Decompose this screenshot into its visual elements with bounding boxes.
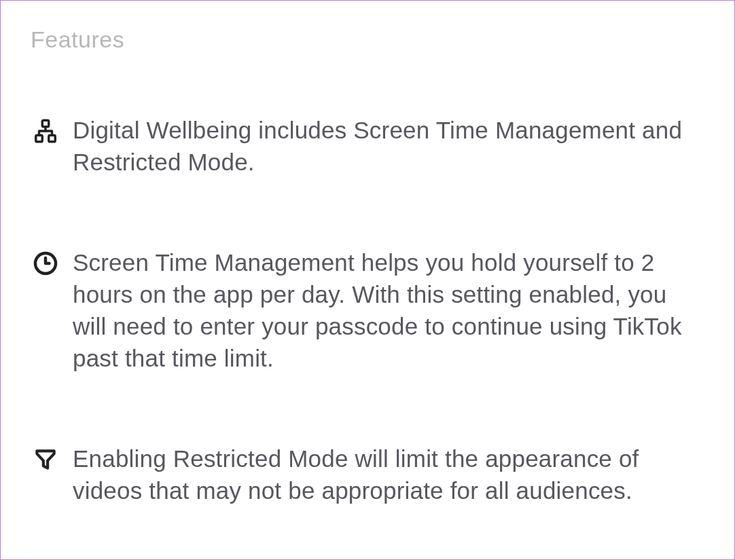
feature-text: Digital Wellbeing includes Screen Time M… — [73, 114, 704, 179]
feature-text: Enabling Restricted Mode will limit the … — [73, 443, 704, 507]
feature-item: Screen Time Management helps you hold yo… — [31, 246, 704, 375]
feature-list: Digital Wellbeing includes Screen Time M… — [31, 114, 704, 506]
feature-item: Enabling Restricted Mode will limit the … — [31, 443, 704, 507]
features-panel: Features Digital Wellbeing includes Scre… — [0, 0, 735, 560]
clock-icon — [31, 246, 60, 276]
feature-text: Screen Time Management helps you hold yo… — [73, 246, 704, 375]
feature-item: Digital Wellbeing includes Screen Time M… — [31, 114, 704, 179]
hierarchy-icon — [31, 114, 60, 144]
section-heading: Features — [31, 26, 704, 53]
filter-icon — [31, 443, 60, 472]
